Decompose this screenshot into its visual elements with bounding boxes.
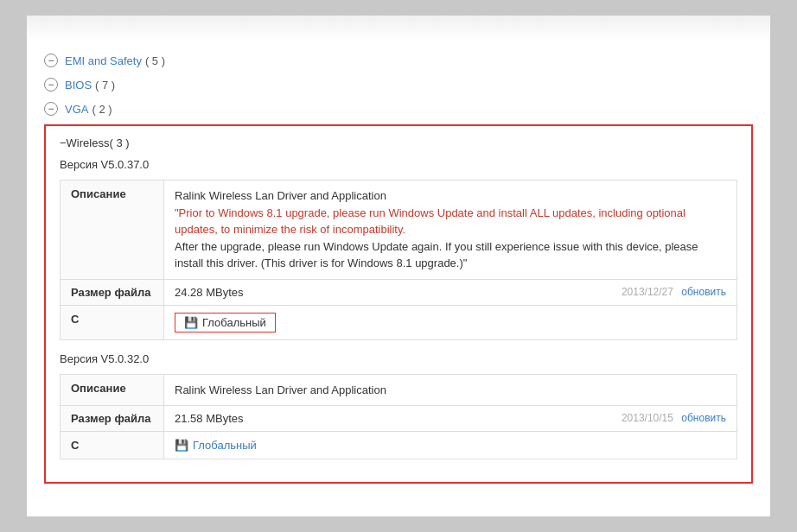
update-link-2[interactable]: обновить	[681, 412, 726, 424]
wireless-section: − Wireless ( 3 ) Версия V5.0.37.0 Описан…	[44, 124, 753, 484]
desc-row-1: Описание Ralink Wireless Lan Driver and …	[61, 180, 737, 280]
filesize-value-2: 21.58 MBytes	[175, 412, 244, 425]
date-value-1: 2013/12/27	[622, 286, 673, 298]
desc-content-2: Ralink Wireless Lan Driver and Applicati…	[164, 374, 737, 406]
version-label-1: Версия V5.0.37.0	[60, 158, 737, 171]
desc-title-1: Ralink Wireless Lan Driver and Applicati…	[175, 187, 726, 205]
desc-warning-text-1: "Prior to Windows 8.1 upgrade, please ru…	[175, 206, 685, 237]
c-label-1: C	[61, 305, 164, 339]
version-label-2: Версия V5.0.32.0	[60, 352, 737, 365]
filesize-label-2: Размер файла	[61, 406, 164, 432]
global-btn-label-1: Глобальный	[202, 316, 266, 329]
filesize-row-1: Размер файла 24.28 MBytes 2013/12/27 обн…	[61, 279, 737, 305]
desc-warning-1: "Prior to Windows 8.1 upgrade, please ru…	[175, 205, 726, 238]
wireless-category-link[interactable]: Wireless	[67, 136, 110, 149]
bios-category-link[interactable]: BIOS	[65, 79, 92, 92]
floppy-icon-1: 💾	[184, 316, 198, 329]
date-update-2: 2013/10/15 обновить	[622, 412, 726, 424]
desc-row-2: Описание Ralink Wireless Lan Driver and …	[61, 374, 737, 406]
c-row-1: C 💾 Глобальный	[61, 305, 737, 339]
c-label-2: C	[61, 432, 164, 459]
desc-after-1: After the upgrade, please run Windows Up…	[175, 238, 726, 272]
wireless-category-count: ( 3 )	[109, 136, 129, 149]
category-emi[interactable]: − EMI and Safety ( 5 )	[44, 48, 753, 73]
desc-content-1: Ralink Wireless Lan Driver and Applicati…	[164, 180, 737, 280]
filesize-cell-1: 24.28 MBytes 2013/12/27 обновить	[164, 279, 737, 305]
floppy-icon-2: 💾	[175, 439, 188, 452]
update-link-1[interactable]: обновить	[681, 286, 726, 298]
category-bios[interactable]: − BIOS ( 7 )	[44, 73, 753, 97]
desc-title-2: Ralink Wireless Lan Driver and Applicati…	[175, 382, 726, 399]
filesize-cell-2: 21.58 MBytes 2013/10/15 обновить	[164, 406, 737, 432]
desc-label-1: Описание	[61, 180, 164, 280]
emi-category-link[interactable]: EMI and Safety	[65, 54, 142, 67]
collapse-emi-btn[interactable]: −	[44, 54, 58, 67]
filesize-row-2: Размер файла 21.58 MBytes 2013/10/15 обн…	[61, 406, 737, 432]
filesize-label-1: Размер файла	[61, 279, 164, 305]
global-btn-2[interactable]: 💾 Глобальный	[175, 439, 257, 452]
version1-table: Описание Ralink Wireless Lan Driver and …	[60, 180, 737, 340]
desc-label-2: Описание	[61, 374, 164, 406]
filesize-value-1: 24.28 MBytes	[175, 286, 244, 299]
collapse-vga-btn[interactable]: −	[44, 102, 58, 116]
global-btn-1[interactable]: 💾 Глобальный	[175, 313, 276, 332]
global-btn-label-2: Глобальный	[193, 439, 257, 452]
wireless-header: − Wireless ( 3 )	[60, 136, 737, 149]
category-vga[interactable]: − VGA ( 2 )	[44, 97, 753, 121]
bios-category-count: ( 7 )	[95, 79, 115, 92]
date-update-1: 2013/12/27 обновить	[622, 286, 726, 298]
vga-category-link[interactable]: VGA	[65, 103, 88, 116]
collapse-bios-btn[interactable]: −	[44, 78, 58, 92]
c-row-2: C 💾 Глобальный	[61, 432, 737, 459]
collapse-wireless-btn[interactable]: −	[60, 136, 67, 149]
date-value-2: 2013/10/15	[622, 412, 673, 424]
c-cell-2: 💾 Глобальный	[164, 432, 737, 459]
version2-table: Описание Ralink Wireless Lan Driver and …	[60, 374, 737, 460]
emi-category-count: ( 5 )	[145, 54, 165, 67]
vga-category-count: ( 2 )	[92, 103, 112, 116]
c-cell-1: 💾 Глобальный	[164, 305, 737, 339]
